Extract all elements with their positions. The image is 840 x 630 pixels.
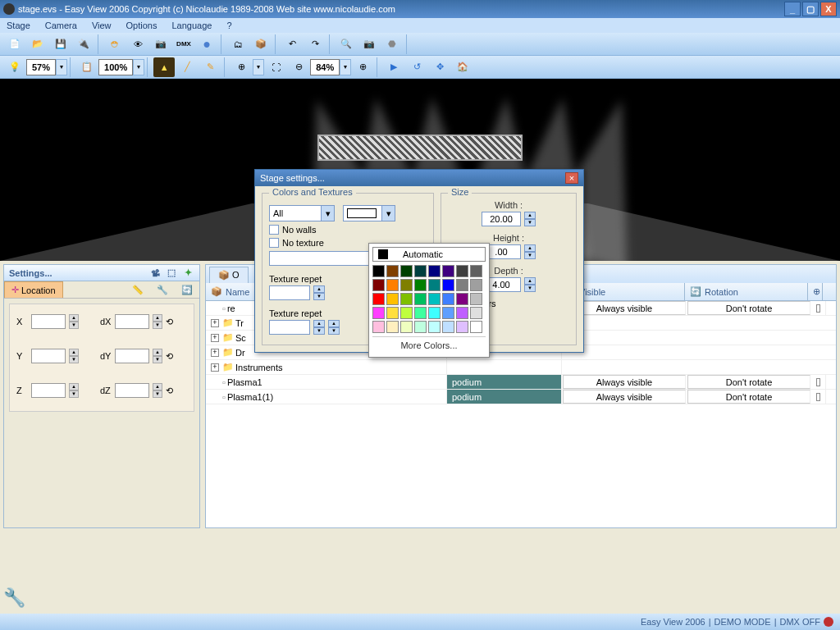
zoom-plus-icon[interactable]: ⊕ xyxy=(352,57,373,77)
filled-square-icon[interactable]: ▲ xyxy=(153,57,175,77)
notes-icon[interactable]: 📋 xyxy=(76,57,98,77)
scale-value[interactable]: 100% xyxy=(98,59,133,75)
rotate-icon[interactable]: ↺ xyxy=(406,57,427,77)
color-swatch[interactable] xyxy=(372,307,385,319)
hardhat-icon[interactable]: ⛑ xyxy=(104,34,126,54)
color-swatch[interactable] xyxy=(400,279,413,291)
circle-icon[interactable]: ● xyxy=(196,34,217,54)
color-swatch[interactable] xyxy=(372,265,385,277)
color-swatch[interactable] xyxy=(442,307,454,319)
menu-view[interactable]: View xyxy=(92,21,112,30)
zoom-dd[interactable]: ▾ xyxy=(340,59,351,75)
save-icon[interactable]: 💾 xyxy=(50,34,71,54)
preferences-icon[interactable]: 🔧 xyxy=(3,587,25,609)
menu-help[interactable]: ? xyxy=(226,21,231,30)
color-swatch[interactable] xyxy=(414,265,427,277)
color-swatch[interactable] xyxy=(372,321,385,333)
color-swatch[interactable] xyxy=(428,321,441,333)
color-swatch[interactable] xyxy=(428,307,441,319)
color-swatch[interactable] xyxy=(414,293,427,305)
color-swatch[interactable] xyxy=(470,293,482,305)
brightness-dropdown[interactable]: ▾ xyxy=(56,59,67,75)
redo-icon[interactable]: ↷ xyxy=(304,34,326,54)
table-row[interactable]: ▫Plasma1(1)podiumAlways visibleDon't rot… xyxy=(206,390,836,404)
color-swatch[interactable] xyxy=(456,265,468,277)
color-swatch[interactable] xyxy=(442,279,454,291)
input-x[interactable] xyxy=(31,314,66,329)
color-swatch[interactable] xyxy=(386,321,399,333)
color-automatic-button[interactable]: Automatic xyxy=(372,247,486,262)
maximize-button[interactable]: ▢ xyxy=(802,2,819,16)
color-swatch[interactable] xyxy=(400,265,413,277)
color-swatch[interactable] xyxy=(456,321,468,333)
close-button[interactable]: X xyxy=(820,2,837,16)
color-swatch[interactable] xyxy=(470,321,482,333)
reset-icon[interactable]: ⟲ xyxy=(166,386,173,396)
color-swatch[interactable] xyxy=(470,307,482,319)
zoom-value[interactable]: 84% xyxy=(310,59,340,75)
reset-icon[interactable]: ⟲ xyxy=(166,317,173,327)
zoom-in-icon[interactable]: ⊕ xyxy=(231,57,252,77)
zoom-out-icon[interactable]: ⊖ xyxy=(288,57,309,77)
color-swatch[interactable] xyxy=(456,293,468,305)
color-swatch[interactable] xyxy=(442,293,454,305)
color-swatch[interactable] xyxy=(400,307,413,319)
wand-icon[interactable]: ✎ xyxy=(199,57,221,77)
fit-icon[interactable]: ⛶ xyxy=(265,57,286,77)
home-icon[interactable]: 🏠 xyxy=(452,57,473,77)
color-swatch[interactable] xyxy=(414,321,427,333)
color-swatch[interactable] xyxy=(400,321,413,333)
undo-icon[interactable]: ↶ xyxy=(281,34,303,54)
color-swatch[interactable] xyxy=(386,307,399,319)
zoom-in-dd[interactable]: ▾ xyxy=(253,59,264,75)
walls-combo[interactable]: All▾ xyxy=(269,205,335,221)
input-z[interactable] xyxy=(31,383,66,398)
menu-stage[interactable]: Stage xyxy=(7,21,30,30)
color-swatch[interactable] xyxy=(428,265,441,277)
minimize-button[interactable]: _ xyxy=(784,2,801,16)
input-y[interactable] xyxy=(31,349,66,363)
color-swatch[interactable] xyxy=(442,321,454,333)
color-swatch[interactable] xyxy=(414,307,427,319)
star-icon[interactable]: ✦ xyxy=(181,267,194,280)
color-swatch[interactable] xyxy=(386,279,399,291)
menu-camera[interactable]: Camera xyxy=(45,21,77,30)
dmx-icon[interactable]: DMX xyxy=(173,34,194,54)
checkbox-no-walls[interactable]: No walls xyxy=(269,225,427,235)
color-swatch[interactable] xyxy=(470,279,482,291)
reset-icon[interactable]: ⟲ xyxy=(166,351,173,362)
color-swatch[interactable] xyxy=(428,293,441,305)
webcam-icon[interactable]: 📷 xyxy=(150,34,171,54)
color-swatch[interactable] xyxy=(400,293,413,305)
color-swatch[interactable] xyxy=(372,279,385,291)
color-swatch[interactable] xyxy=(456,279,468,291)
proj-icon[interactable]: 📽 xyxy=(148,267,162,280)
brightness-value[interactable]: 57% xyxy=(26,59,56,75)
move-icon[interactable]: ✥ xyxy=(429,57,450,77)
color-swatch[interactable] xyxy=(470,265,482,277)
color-swatch[interactable] xyxy=(414,279,427,291)
new-icon[interactable]: 📄 xyxy=(4,34,25,54)
bulb-icon[interactable]: 💡 xyxy=(4,57,25,77)
color-swatch[interactable] xyxy=(456,307,468,319)
tex-rep-y-input[interactable] xyxy=(269,320,310,335)
color-swatch[interactable] xyxy=(442,265,454,277)
camera-icon[interactable]: 📷 xyxy=(358,34,380,54)
width-input[interactable] xyxy=(482,212,521,226)
tab-ruler[interactable]: 📏 xyxy=(126,281,150,298)
play-icon[interactable]: ▶ xyxy=(383,57,404,77)
color-combo[interactable]: ▾ xyxy=(343,205,395,221)
plug-icon[interactable]: 🔌 xyxy=(73,34,94,54)
menu-options[interactable]: Options xyxy=(126,21,158,30)
tab-tools[interactable]: 🔧 xyxy=(150,281,175,298)
color-swatch[interactable] xyxy=(372,293,385,305)
cube2-icon[interactable]: ⬚ xyxy=(165,267,178,280)
table-row[interactable]: ▫Plasma1podiumAlways visibleDon't rotate xyxy=(206,375,836,390)
menu-language[interactable]: Language xyxy=(171,21,212,30)
layers-icon[interactable]: 🗂 xyxy=(227,34,249,54)
box-icon[interactable]: ⬣ xyxy=(381,34,403,54)
dialog-close-button[interactable]: × xyxy=(565,172,578,184)
more-colors-button[interactable]: More Colors... xyxy=(372,336,486,354)
binoculars-icon[interactable]: 🔍 xyxy=(336,34,357,54)
tab-location[interactable]: ✛Location xyxy=(4,281,63,298)
